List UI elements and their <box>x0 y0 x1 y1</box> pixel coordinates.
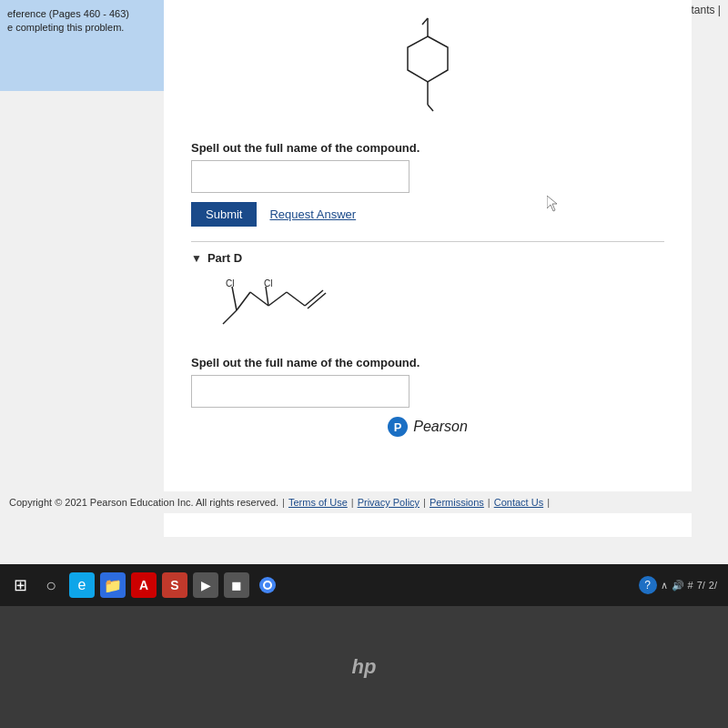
footer-sep-5: | <box>547 497 550 508</box>
taskbar: ⊞ ○ e 📁 A S ▶ ◼ ? ∧ 🔊 # 7/ 2/ hp <box>0 564 728 728</box>
footer-sep-1: | <box>282 497 285 508</box>
footer: Copyright © 2021 Pearson Education Inc. … <box>0 491 728 513</box>
part-d-arrow-icon: ▼ <box>191 252 202 265</box>
adobe-button[interactable]: A <box>131 572 157 598</box>
time-display: 7/ <box>697 580 705 591</box>
taskbar-icons-row: ⊞ ○ e 📁 A S ▶ ◼ ? ∧ 🔊 # 7/ 2/ <box>0 564 728 606</box>
left-sidebar: eference (Pages 460 - 463) e completing … <box>0 0 164 91</box>
svg-line-4 <box>428 105 433 111</box>
dichloroalkene-svg: Cl Cl <box>209 274 355 347</box>
reference-text: eference (Pages 460 - 463) e completing … <box>7 7 157 35</box>
svg-line-15 <box>266 287 268 306</box>
svg-line-7 <box>237 292 250 310</box>
start-button[interactable]: ⊞ <box>7 572 33 598</box>
cyclohexane-svg <box>382 14 473 132</box>
main-content: Spell out the full name of the compound.… <box>164 0 692 537</box>
pearson-circle-icon: P <box>388 417 408 437</box>
svg-line-9 <box>250 292 268 306</box>
chevron-up-icon[interactable]: ∧ <box>661 580 668 592</box>
submit-button[interactable]: Submit <box>191 202 257 227</box>
part-c-answer-input[interactable] <box>191 160 410 193</box>
svg-line-8 <box>223 310 237 324</box>
help-icon[interactable]: ? <box>639 576 657 594</box>
part-d-answer-input[interactable] <box>191 375 410 408</box>
footer-copyright: Copyright © 2021 Pearson Education Inc. … <box>9 497 278 508</box>
taskbar-brand-area: hp <box>0 606 728 728</box>
footer-privacy-link[interactable]: Privacy Policy <box>358 497 420 508</box>
part-c-actions: Submit Request Answer <box>191 202 664 227</box>
svg-point-19 <box>265 582 270 588</box>
edge-button[interactable]: e <box>69 572 95 598</box>
svg-marker-1 <box>408 36 448 82</box>
request-answer-link[interactable]: Request Answer <box>269 207 356 221</box>
pearson-letter: P <box>394 420 402 434</box>
footer-sep-3: | <box>423 497 426 508</box>
network-icon[interactable]: # <box>688 580 693 591</box>
sidebar-line2: e completing this problem. <box>7 22 124 33</box>
footer-terms-link[interactable]: Terms of Use <box>288 497 348 508</box>
system-tray: ? ∧ 🔊 # 7/ 2/ <box>639 576 722 594</box>
part-c-structure <box>191 14 664 132</box>
video-button[interactable]: ▶ <box>193 572 218 598</box>
part-c-instruction: Spell out the full name of the compound. <box>191 141 664 155</box>
svg-line-11 <box>287 292 305 306</box>
pearson-logo: P Pearson <box>191 417 664 437</box>
svg-line-14 <box>232 287 237 310</box>
svg-line-10 <box>268 292 287 306</box>
sidebar-line1: eference (Pages 460 - 463) <box>7 8 129 19</box>
svg-text:Cl: Cl <box>226 278 234 288</box>
screen: eference (Pages 460 - 463) e completing … <box>0 0 728 564</box>
pearson-name: Pearson <box>413 419 468 435</box>
sling-button[interactable]: S <box>162 572 187 598</box>
cortana-button[interactable]: ○ <box>38 572 64 598</box>
photos-button[interactable]: ◼ <box>224 572 249 598</box>
footer-sep-4: | <box>488 497 490 508</box>
part-d-header: ▼ Part D <box>191 251 664 265</box>
part-d-instruction: Spell out the full name of the compound. <box>191 356 664 369</box>
volume-icon[interactable]: 🔊 <box>672 580 684 592</box>
svg-line-3 <box>422 18 428 25</box>
footer-sep-2: | <box>351 497 354 508</box>
footer-permissions-link[interactable]: Permissions <box>430 497 484 508</box>
footer-contact-link[interactable]: Contact Us <box>494 497 543 508</box>
part-d-label: Part D <box>207 251 242 265</box>
hp-logo: hp <box>352 655 377 679</box>
part-d-structure: Cl Cl <box>209 274 664 347</box>
chrome-button[interactable] <box>255 572 280 598</box>
file-explorer-button[interactable]: 📁 <box>100 572 126 598</box>
section-divider <box>191 241 664 242</box>
date-display: 2/ <box>709 580 717 591</box>
